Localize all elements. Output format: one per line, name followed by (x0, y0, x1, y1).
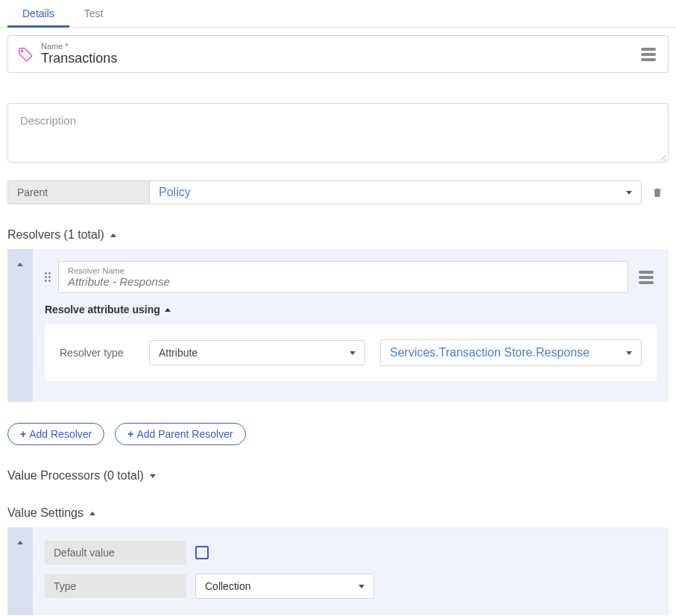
value-settings-text: Value Settings (7, 506, 83, 520)
type-label: Type (45, 574, 186, 598)
resolve-using-header[interactable]: Resolve attribute using (45, 304, 657, 315)
tab-bar: Details Test (0, 0, 676, 28)
caret-down-icon (350, 351, 356, 355)
default-value-checkbox[interactable] (195, 546, 209, 559)
resolver-type-value: Attribute (159, 347, 198, 359)
resolver-name-value: Attribute - Response (68, 275, 619, 288)
trash-icon (651, 186, 663, 198)
resolver-target-select[interactable]: Services.Transaction Store.Response (380, 339, 642, 366)
add-resolver-label: Add Resolver (29, 428, 92, 440)
name-field[interactable]: Name * Transactions (41, 42, 631, 66)
default-value-row: Default value (45, 541, 657, 565)
type-value: Collection (205, 580, 250, 592)
resolvers-header[interactable]: Resolvers (1 total) (7, 228, 669, 242)
resolver-type-label: Resolver type (60, 347, 134, 359)
add-parent-resolver-label: Add Parent Resolver (136, 428, 233, 440)
default-value-label: Default value (45, 541, 186, 565)
description-field[interactable]: Description (7, 103, 669, 163)
drag-handle-icon[interactable] (45, 272, 51, 282)
caret-down-icon (626, 351, 632, 355)
parent-row: Parent Policy (7, 180, 669, 204)
value-settings-header[interactable]: Value Settings (7, 506, 669, 520)
tab-test[interactable]: Test (69, 0, 119, 27)
value-processors-text: Value Processors (0 total) (7, 469, 144, 483)
caret-down-icon (150, 474, 156, 478)
parent-value: Policy (159, 186, 191, 199)
name-label: Name * (41, 42, 631, 51)
caret-up-icon (165, 308, 171, 312)
name-panel: Name * Transactions (7, 35, 669, 73)
resolver-name-label: Resolver Name (68, 266, 619, 275)
resolver-name-field[interactable]: Resolver Name Attribute - Response (58, 261, 628, 293)
panel-collapse-gutter[interactable] (7, 249, 33, 402)
caret-up-icon (17, 541, 23, 544)
description-placeholder: Description (20, 114, 656, 127)
caret-down-icon (626, 191, 632, 195)
name-value: Transactions (41, 51, 631, 66)
resize-handle-icon[interactable] (659, 153, 666, 160)
caret-down-icon (358, 585, 364, 588)
plus-icon: + (127, 428, 133, 440)
parent-select[interactable]: Policy (149, 180, 642, 204)
type-row: Type Collection (45, 573, 657, 599)
resolvers-header-text: Resolvers (1 total) (7, 228, 104, 242)
value-settings-panel: Default value Type Collection (7, 527, 669, 615)
hamburger-menu-icon[interactable] (638, 45, 659, 64)
add-parent-resolver-button[interactable]: + Add Parent Resolver (115, 423, 245, 445)
tab-details[interactable]: Details (7, 0, 69, 27)
resolver-buttons-row: + Add Resolver + Add Parent Resolver (7, 423, 669, 445)
plus-icon: + (20, 428, 26, 440)
delete-parent-button[interactable] (646, 180, 669, 204)
caret-up-icon (110, 233, 116, 237)
type-select[interactable]: Collection (195, 573, 374, 599)
resolver-type-panel: Resolver type Attribute Services.Transac… (45, 324, 657, 381)
svg-point-0 (21, 50, 22, 51)
caret-up-icon (17, 263, 23, 266)
tag-icon (17, 46, 34, 63)
resolver-target-value: Services.Transaction Store.Response (390, 346, 590, 359)
resolver-panel: Resolver Name Attribute - Response Resol… (7, 249, 669, 402)
value-processors-header[interactable]: Value Processors (0 total) (7, 469, 669, 483)
parent-label: Parent (7, 180, 149, 204)
panel-collapse-gutter[interactable] (7, 527, 33, 615)
add-resolver-button[interactable]: + Add Resolver (7, 423, 104, 445)
resolve-using-text: Resolve attribute using (45, 304, 160, 315)
resolver-menu-icon[interactable] (636, 268, 657, 287)
caret-up-icon (89, 512, 95, 515)
resolver-type-select[interactable]: Attribute (149, 340, 365, 365)
